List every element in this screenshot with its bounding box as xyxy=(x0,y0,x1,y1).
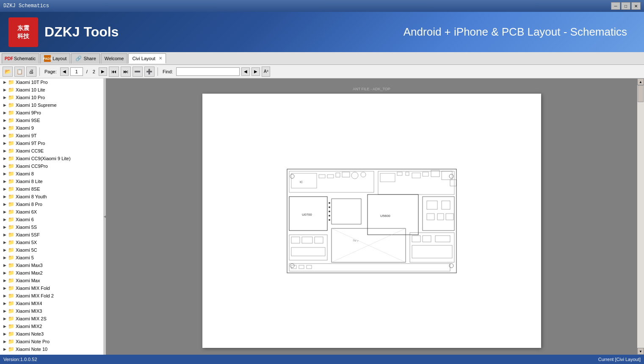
page-separator: / xyxy=(86,69,88,74)
find-input[interactable] xyxy=(176,67,240,76)
tree-item-6[interactable]: ▶📁Xiaomi 9 xyxy=(0,124,103,132)
close-button[interactable]: ✕ xyxy=(631,2,641,10)
tree-item-34[interactable]: ▶📁Xiaomi Note Pro xyxy=(0,338,103,345)
tab-schematic[interactable]: PDF Schematic xyxy=(2,53,39,64)
folder-icon: 📁 xyxy=(8,286,14,291)
tree-item-8[interactable]: ▶📁Xiaomi 9T Pro xyxy=(0,139,103,147)
tree-item-12[interactable]: ▶📁Xiaomi 8 xyxy=(0,170,103,178)
expand-icon: ▶ xyxy=(2,339,8,345)
tree-item-24[interactable]: ▶📁Xiaomi Max3 xyxy=(0,261,103,269)
find-options-button[interactable]: Aᵃ xyxy=(262,67,270,77)
tab-civi-layout[interactable]: Civi Layout ✕ xyxy=(128,53,166,64)
tree-label: Xiaomi 8SE xyxy=(16,186,40,192)
tree-item-7[interactable]: ▶📁Xiaomi 9T xyxy=(0,132,103,139)
tree-item-10[interactable]: ▶📁Xiaomi CC9(Xiaomi 9 Lite) xyxy=(0,155,103,162)
find-next-button[interactable]: ▶ xyxy=(252,67,260,76)
tree-label: Xiaomi MIX4 xyxy=(16,301,42,306)
logo-box: 东震 科技 xyxy=(8,17,38,47)
tree-item-5[interactable]: ▶📁Xiaomi 9SE xyxy=(0,117,103,124)
last-page-button[interactable]: ⏭ xyxy=(121,67,131,77)
expand-icon: ▶ xyxy=(2,308,8,314)
tree-item-3[interactable]: ▶📁Xiaomi 10 Supreme xyxy=(0,101,103,109)
tree-item-23[interactable]: ▶📁Xiaomi 5 xyxy=(0,254,103,261)
tree-item-16[interactable]: ▶📁Xiaomi 8 Pro xyxy=(0,200,103,208)
tree-item-0[interactable]: ▶📁Xiaomi 10T Pro xyxy=(0,78,103,86)
tree-item-18[interactable]: ▶📁Xiaomi 6 xyxy=(0,216,103,223)
svg-point-45 xyxy=(329,211,330,212)
tree-item-15[interactable]: ▶📁Xiaomi 8 Youth xyxy=(0,193,103,200)
viewer-scrollbar[interactable]: ▲ ▼ xyxy=(637,78,644,355)
folder-icon: 📁 xyxy=(8,301,14,306)
tab-share[interactable]: 🔗 Share xyxy=(71,53,100,64)
tree-label: Xiaomi Note3 xyxy=(16,331,44,336)
expand-icon: ▶ xyxy=(2,102,8,108)
zoom-in-button[interactable]: ➕ xyxy=(144,67,155,77)
tree-item-22[interactable]: ▶📁Xiaomi 5C xyxy=(0,246,103,254)
tree-item-25[interactable]: ▶📁Xiaomi Max2 xyxy=(0,269,103,277)
scroll-up-button[interactable]: ▲ xyxy=(637,78,644,85)
next-page-button[interactable]: ▶ xyxy=(99,67,107,76)
tree-item-35[interactable]: ▶📁Xiaomi Note 10 xyxy=(0,345,103,353)
zoom-out-button[interactable]: ➖ xyxy=(133,67,143,77)
copy-button[interactable]: 📋 xyxy=(14,67,25,77)
tree-label: Xiaomi Max3 xyxy=(16,263,43,268)
minimize-button[interactable]: ─ xyxy=(611,2,620,10)
tree-label: Xiaomi 5X xyxy=(16,240,37,245)
find-prev-button[interactable]: ◀ xyxy=(241,67,250,76)
tree-item-13[interactable]: ▶📁Xiaomi 8 Lite xyxy=(0,178,103,185)
tree-item-30[interactable]: ▶📁Xiaomi MIX3 xyxy=(0,307,103,315)
folder-icon: 📁 xyxy=(8,217,14,222)
prev-page-button[interactable]: ◀ xyxy=(60,67,69,76)
tree-item-31[interactable]: ▶📁Xiaomi MIX 2S xyxy=(0,315,103,322)
tree-item-26[interactable]: ▶📁Xiaomi Max xyxy=(0,277,103,284)
expand-icon: ▶ xyxy=(2,255,8,261)
folder-icon: 📁 xyxy=(8,209,14,214)
tree-item-17[interactable]: ▶📁Xiaomi 6X xyxy=(0,208,103,216)
svg-rect-0 xyxy=(287,169,456,273)
tree-label: Xiaomi 10 Lite xyxy=(16,87,45,92)
tree-item-27[interactable]: ▶📁Xiaomi MIX Fold xyxy=(0,284,103,292)
scroll-thumb[interactable] xyxy=(638,85,644,102)
folder-icon: 📁 xyxy=(8,80,14,85)
expand-icon: ▶ xyxy=(2,285,8,291)
tree-item-20[interactable]: ▶📁Xiaomi 5SF xyxy=(0,231,103,239)
expand-icon: ▶ xyxy=(2,323,8,329)
expand-icon: ▶ xyxy=(2,140,8,146)
tree-label: Xiaomi 10T Pro xyxy=(16,80,48,85)
tree-label: Xiaomi CC9E xyxy=(16,148,44,153)
tab-welcome[interactable]: Welcome xyxy=(101,53,128,64)
print-button[interactable]: 🖨 xyxy=(26,67,36,77)
toolbar-sep-1 xyxy=(39,67,40,76)
folder-icon: 📁 xyxy=(8,110,14,115)
tree-item-21[interactable]: ▶📁Xiaomi 5X xyxy=(0,239,103,246)
first-page-button[interactable]: ⏮ xyxy=(109,67,119,77)
tree-item-32[interactable]: ▶📁Xiaomi MIX2 xyxy=(0,322,103,330)
folder-icon: 📁 xyxy=(8,240,14,245)
maximize-button[interactable]: □ xyxy=(621,2,630,10)
tree-item-9[interactable]: ▶📁Xiaomi CC9E xyxy=(0,147,103,155)
tree-item-36[interactable]: ▶📁Xiaomi Note 10 lite xyxy=(0,353,103,355)
tab-close-icon[interactable]: ✕ xyxy=(159,56,162,61)
find-label: Find: xyxy=(163,69,173,74)
tree-label: Xiaomi Note 10 lite xyxy=(16,354,55,355)
scroll-down-button[interactable]: ▼ xyxy=(637,348,644,355)
tree-label: Xiaomi 5S xyxy=(16,225,37,230)
folder-icon: 📁 xyxy=(8,186,14,192)
folder-icon: 📁 xyxy=(8,148,14,153)
open-button[interactable]: 📂 xyxy=(3,67,13,77)
app-title: DZKJ Tools xyxy=(44,24,119,40)
folder-icon: 📁 xyxy=(8,331,14,336)
tree-item-28[interactable]: ▶📁Xiaomi MIX Fold 2 xyxy=(0,292,103,300)
tree-item-29[interactable]: ▶📁Xiaomi MIX4 xyxy=(0,300,103,307)
page-input[interactable] xyxy=(70,67,83,76)
tree-item-33[interactable]: ▶📁Xiaomi Note3 xyxy=(0,330,103,338)
tree-item-1[interactable]: ▶📁Xiaomi 10 Lite xyxy=(0,86,103,94)
tab-layout[interactable]: PADS Layout xyxy=(40,53,70,64)
svg-point-46 xyxy=(329,215,330,217)
tree-item-19[interactable]: ▶📁Xiaomi 5S xyxy=(0,223,103,231)
tree-item-2[interactable]: ▶📁Xiaomi 10 Pro xyxy=(0,94,103,101)
tree-item-14[interactable]: ▶📁Xiaomi 8SE xyxy=(0,185,103,193)
svg-text:U5600: U5600 xyxy=(380,214,390,218)
tree-item-11[interactable]: ▶📁Xiaomi CC9Pro xyxy=(0,162,103,170)
tree-item-4[interactable]: ▶📁Xiaomi 9Pro xyxy=(0,109,103,117)
